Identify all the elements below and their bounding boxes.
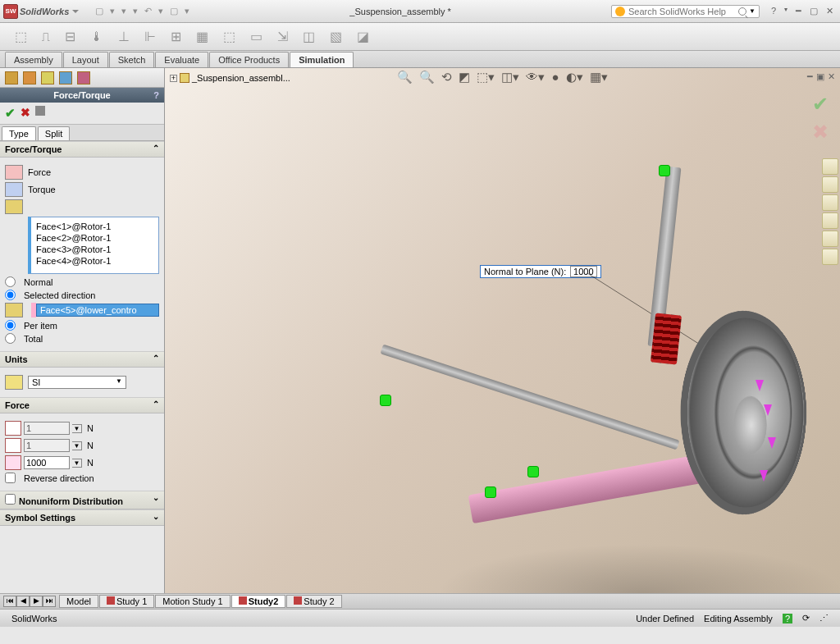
force-x-input[interactable] bbox=[24, 422, 70, 435]
status-help-icon[interactable]: ? bbox=[783, 614, 792, 623]
view-settings-icon[interactable]: ▦▾ bbox=[590, 70, 608, 84]
cancel-icon[interactable]: ✖ bbox=[21, 106, 30, 121]
sub-tab-type[interactable]: Type bbox=[2, 126, 36, 140]
face-selection-list[interactable]: Face<1>@Rotor-1 Face<2>@Rotor-1 Face<3>@… bbox=[28, 217, 159, 274]
list-item[interactable]: Face<1>@Rotor-1 bbox=[34, 221, 155, 232]
undo-icon[interactable]: ↶ bbox=[144, 6, 152, 16]
config-manager-icon[interactable] bbox=[41, 71, 54, 84]
tab-evaluate[interactable]: Evaluate bbox=[155, 52, 208, 67]
pin-icon[interactable] bbox=[35, 106, 45, 116]
tab-layout[interactable]: Layout bbox=[63, 52, 108, 67]
new-icon[interactable]: ▢ bbox=[95, 6, 103, 16]
section-view-icon[interactable]: ◩ bbox=[459, 70, 470, 84]
direction-face-field[interactable]: Face<5>@lower_contro bbox=[36, 304, 159, 317]
custom-props-icon[interactable] bbox=[822, 249, 838, 265]
dim-manager-icon[interactable] bbox=[59, 71, 72, 84]
tab-assembly[interactable]: Assembly bbox=[5, 52, 62, 67]
help-icon[interactable]: ? bbox=[768, 6, 779, 16]
property-manager-icon[interactable] bbox=[23, 71, 36, 84]
print-icon[interactable]: ▾ bbox=[133, 6, 138, 16]
tab-prev-icon[interactable]: ◀ bbox=[16, 596, 30, 607]
reverse-direction-checkbox[interactable] bbox=[5, 473, 16, 483]
list-item[interactable]: Face<4>@Rotor-1 bbox=[34, 255, 155, 267]
hide-show-icon[interactable]: 👁▾ bbox=[526, 70, 545, 84]
view-palette-icon[interactable] bbox=[822, 212, 838, 229]
rebuild-icon[interactable]: ▢ bbox=[170, 6, 178, 16]
ok-icon[interactable]: ✔ bbox=[5, 106, 16, 121]
tab-study1[interactable]: Study 1 bbox=[99, 595, 154, 608]
expand-icon[interactable]: + bbox=[170, 75, 177, 82]
force-icon[interactable] bbox=[5, 165, 23, 180]
tool-icon[interactable]: ◪ bbox=[357, 29, 369, 44]
dropdown-icon[interactable]: ▼ bbox=[72, 424, 82, 433]
app-logo[interactable]: SW SolidWorks bbox=[3, 4, 79, 19]
tool-icon[interactable]: ▭ bbox=[250, 29, 262, 44]
help-search[interactable]: ▼ bbox=[611, 5, 760, 18]
viewport-min-icon[interactable]: ━ bbox=[807, 71, 813, 82]
save-icon[interactable]: ▾ bbox=[121, 6, 126, 16]
tab-sketch[interactable]: Sketch bbox=[109, 52, 155, 67]
tool-icon[interactable]: ◫ bbox=[303, 29, 315, 44]
radio-normal[interactable] bbox=[5, 276, 16, 287]
zoom-fit-icon[interactable]: 🔍 bbox=[397, 70, 413, 84]
viewport-max-icon[interactable]: ▣ bbox=[816, 71, 824, 82]
scene-icon[interactable]: ◐▾ bbox=[566, 70, 583, 84]
sub-tab-split[interactable]: Split bbox=[38, 126, 70, 140]
resources-icon[interactable] bbox=[822, 158, 838, 175]
section-force[interactable]: Force⌃ bbox=[0, 397, 164, 413]
view-orientation-icon[interactable]: ⬚▾ bbox=[477, 70, 495, 84]
radio-selected-direction[interactable] bbox=[5, 290, 16, 300]
section-symbol-settings[interactable]: Symbol Settings⌄ bbox=[0, 509, 164, 526]
graphics-viewport[interactable]: + _Suspension_assembl... 🔍 🔍 ⟲ ◩ ⬚▾ ◫▾ 👁… bbox=[165, 68, 840, 593]
dropdown-icon[interactable]: ▼ bbox=[72, 441, 82, 450]
section-units[interactable]: Units⌃ bbox=[0, 351, 164, 368]
viewport-close-icon[interactable]: ✕ bbox=[828, 71, 835, 82]
tool-icon[interactable]: ⊩ bbox=[144, 29, 156, 44]
tool-icon[interactable]: ▧ bbox=[330, 29, 342, 44]
confirm-check-icon[interactable]: ✔ bbox=[812, 93, 829, 116]
tool-icon[interactable]: ⊞ bbox=[171, 29, 181, 44]
tab-study2[interactable]: Study 2 bbox=[286, 595, 341, 608]
appearance-icon[interactable]: ● bbox=[551, 70, 559, 84]
tool-icon[interactable]: ⬚ bbox=[15, 29, 27, 44]
list-item[interactable]: Face<2>@Rotor-1 bbox=[34, 232, 155, 244]
tab-motion-study1[interactable]: Motion Study 1 bbox=[155, 595, 230, 608]
force-y-input[interactable] bbox=[24, 439, 70, 452]
close-icon[interactable]: ✕ bbox=[823, 6, 837, 16]
appearances-icon[interactable] bbox=[822, 231, 838, 247]
flyout-tree[interactable]: + _Suspension_assembl... bbox=[165, 71, 295, 85]
display-style-icon[interactable]: ◫▾ bbox=[501, 70, 519, 84]
search-icon[interactable] bbox=[738, 7, 746, 16]
tool-icon[interactable]: 🌡 bbox=[90, 30, 103, 44]
section-force-torque[interactable]: Force/Torque⌃ bbox=[0, 141, 164, 158]
radio-per-item[interactable] bbox=[5, 320, 16, 331]
tab-model[interactable]: Model bbox=[59, 595, 98, 608]
feature-tree-icon[interactable] bbox=[5, 71, 18, 84]
tab-first-icon[interactable]: ⏮ bbox=[3, 596, 16, 607]
radio-total[interactable] bbox=[5, 333, 16, 344]
open-icon[interactable]: ▾ bbox=[110, 6, 115, 16]
status-rebuild-icon[interactable]: ⟳ bbox=[802, 613, 810, 623]
tab-study2-active[interactable]: Study2 bbox=[231, 595, 286, 608]
confirm-cancel-icon[interactable]: ✖ bbox=[812, 121, 829, 144]
search-input[interactable] bbox=[628, 7, 735, 16]
redo-icon[interactable]: ▾ bbox=[158, 6, 163, 16]
zoom-area-icon[interactable]: 🔍 bbox=[419, 70, 435, 84]
minimize-icon[interactable]: ━ bbox=[792, 6, 805, 16]
tool-icon[interactable]: ⇲ bbox=[277, 29, 288, 44]
file-explorer-icon[interactable] bbox=[822, 194, 838, 211]
nonuniform-checkbox[interactable] bbox=[5, 494, 16, 505]
design-library-icon[interactable] bbox=[822, 176, 838, 193]
force-z-input[interactable] bbox=[24, 456, 70, 469]
tab-next-icon[interactable]: ▶ bbox=[30, 596, 43, 607]
units-dropdown[interactable]: SI▼ bbox=[28, 376, 126, 389]
dropdown-icon[interactable]: ▼ bbox=[72, 459, 82, 468]
torque-icon[interactable] bbox=[5, 182, 23, 197]
direction-select-icon[interactable] bbox=[5, 303, 23, 317]
section-nonuniform[interactable]: Nonuniform Distribution⌄ bbox=[0, 491, 164, 509]
display-manager-icon[interactable] bbox=[77, 71, 90, 84]
tab-office-products[interactable]: Office Products bbox=[209, 52, 289, 67]
options-icon[interactable]: ▾ bbox=[185, 6, 189, 16]
tool-icon[interactable]: ⊟ bbox=[65, 29, 75, 44]
status-grip-icon[interactable]: ⋰ bbox=[819, 613, 829, 623]
